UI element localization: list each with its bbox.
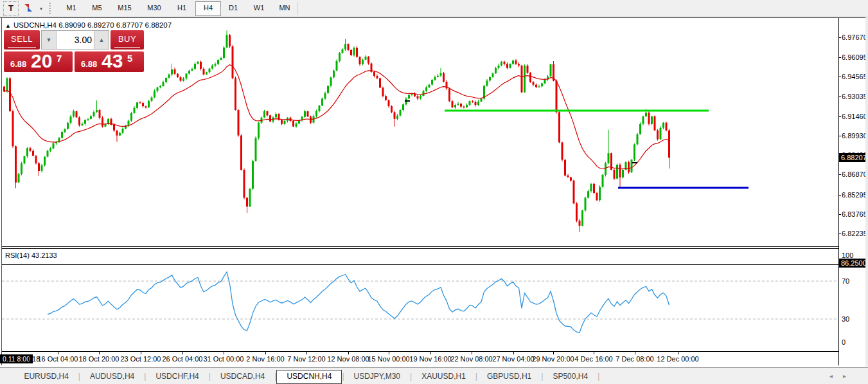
chart-tab-gbpusd-h1[interactable]: GBPUSD,H1 bbox=[477, 370, 541, 383]
timeframe-button-h1[interactable]: H1 bbox=[170, 1, 194, 15]
timeframe-button-mn[interactable]: MN bbox=[272, 1, 297, 15]
price-axis-label: 6.94565 bbox=[842, 73, 867, 80]
sell-label: SELL bbox=[11, 34, 33, 44]
rsi-indicator-label: RSI(14) 43.2133 bbox=[5, 251, 57, 259]
buy-price-prefix: 6.88 bbox=[81, 59, 97, 69]
price-tick bbox=[838, 195, 841, 196]
sell-underline bbox=[8, 47, 36, 48]
spread-decrease-button[interactable]: ▼ bbox=[42, 31, 57, 49]
timeframe-button-m30[interactable]: M30 bbox=[140, 1, 168, 15]
date-tick bbox=[265, 352, 266, 354]
price-tick bbox=[838, 233, 841, 234]
timeframe-button-m1[interactable]: M1 bbox=[59, 1, 84, 15]
spread-stepper: ▼ 3.00 ▲ bbox=[41, 30, 109, 50]
date-axis[interactable]: 16 Oct 04:0018 Oct 20:0023 Oct 12:0026 O… bbox=[0, 352, 838, 365]
chart-header: ▲USDCNH,H4 6.89090 6.89270 6.87707 6.882… bbox=[5, 21, 172, 29]
date-tick bbox=[472, 352, 472, 354]
buy-price-button[interactable]: 6.88 43 5 bbox=[75, 51, 144, 72]
chart-tab-xauusd-h1[interactable]: XAUUSD,H1 bbox=[412, 370, 475, 383]
date-partial-label: 018 bbox=[28, 355, 40, 363]
price-tick bbox=[838, 37, 841, 38]
tab-separator: | bbox=[598, 372, 599, 381]
price-tick bbox=[838, 96, 841, 97]
rsi-scale-0: 0 bbox=[842, 338, 846, 346]
buy-label: BUY bbox=[118, 34, 136, 44]
price-axis-label: 6.82235 bbox=[842, 230, 867, 237]
dash-marker[interactable] bbox=[405, 100, 410, 102]
chart-tab-bar: EURUSD,H4|AUDUSD,H4|USDCHF,H4|USDCAD,H4|… bbox=[0, 367, 868, 384]
date-axis-label: 15 Nov 00:00 bbox=[368, 355, 409, 363]
buy-underline bbox=[114, 47, 140, 48]
text-tool-icon[interactable]: T bbox=[3, 1, 19, 16]
buy-button[interactable]: BUY bbox=[111, 30, 144, 50]
rsi-scale-30: 30 bbox=[842, 315, 849, 323]
pane-splitter[interactable] bbox=[2, 248, 838, 249]
sell-price-button[interactable]: 6.88 20 7 bbox=[4, 51, 73, 72]
sell-price-prefix: 6.88 bbox=[10, 59, 26, 69]
window-right-edge bbox=[865, 17, 868, 367]
tab-scroll-arrows[interactable]: ◂▸ bbox=[829, 372, 856, 379]
date-tick bbox=[182, 352, 183, 354]
ohlc-open: 6.89090 bbox=[58, 21, 85, 29]
date-tick bbox=[306, 352, 307, 354]
timeframe-button-m15[interactable]: M15 bbox=[111, 1, 139, 15]
chart-tab-sp500-h4[interactable]: SP500,H4 bbox=[543, 370, 598, 383]
date-axis-label: 7 Nov 12:00 bbox=[287, 355, 325, 363]
pane-splitter-top bbox=[2, 246, 838, 247]
spread-increase-button[interactable]: ▲ bbox=[94, 31, 109, 49]
price-axis-label: 6.96095 bbox=[842, 53, 867, 61]
chevron-down-icon[interactable]: ▾ bbox=[40, 6, 42, 12]
date-tick bbox=[58, 352, 58, 354]
price-axis-label: 6.93035 bbox=[842, 93, 867, 100]
timeframe-button-m5[interactable]: M5 bbox=[85, 1, 109, 15]
date-axis-label: 22 Nov 08:00 bbox=[450, 355, 492, 363]
date-axis-label: 19 Nov 16:00 bbox=[409, 355, 451, 363]
date-tick bbox=[348, 352, 349, 354]
date-tick bbox=[389, 352, 389, 354]
date-tick bbox=[635, 352, 635, 354]
date-tick bbox=[678, 352, 678, 354]
arrange-windows-icon[interactable]: ▾ bbox=[22, 1, 44, 15]
date-tick bbox=[513, 352, 514, 354]
chart-tab-audusd-h4[interactable]: AUDUSD,H4 bbox=[80, 370, 144, 383]
date-axis-label: 7 Dec 08:00 bbox=[616, 355, 653, 363]
spread-value[interactable]: 3.00 bbox=[57, 31, 92, 49]
toolbar-grip[interactable] bbox=[49, 3, 51, 14]
date-axis-label: 12 Dec 00:00 bbox=[657, 355, 698, 363]
chart-tab-usdjpy-m30[interactable]: USDJPY,M30 bbox=[344, 370, 410, 383]
rsi-chart-canvas[interactable] bbox=[0, 265, 838, 351]
date-axis-label: 29 Nov 20:00 bbox=[532, 355, 574, 363]
chart-symbol: USDCNH,H4 bbox=[13, 21, 57, 29]
timeframe-button-d1[interactable]: D1 bbox=[221, 1, 245, 15]
collapse-triangle-icon[interactable]: ▲ bbox=[5, 23, 11, 29]
date-axis-label: 23 Oct 12:00 bbox=[121, 355, 161, 363]
ohlc-close: 6.88207 bbox=[145, 21, 172, 29]
price-axis-label: 6.86870 bbox=[842, 170, 867, 178]
date-axis-label: 18 Oct 20:00 bbox=[79, 355, 120, 363]
timeframe-button-h4[interactable]: H4 bbox=[195, 1, 221, 16]
price-axis-label: 6.89930 bbox=[842, 132, 867, 140]
chart-bottom-border bbox=[2, 351, 838, 352]
date-axis-label: 12 Nov 08:00 bbox=[327, 355, 369, 363]
rsi-scale-70: 70 bbox=[842, 277, 849, 285]
price-tick bbox=[838, 174, 841, 175]
ohlc-high: 6.89270 bbox=[87, 21, 114, 29]
dash-marker[interactable] bbox=[632, 162, 637, 163]
price-tick bbox=[838, 214, 841, 215]
blue-arrow-icon bbox=[28, 7, 32, 12]
chart-tab-usdcad-h4[interactable]: USDCAD,H4 bbox=[211, 370, 274, 383]
toolbar-separator bbox=[297, 2, 297, 15]
buy-price-big: 43 bbox=[102, 50, 123, 72]
price-axis-line bbox=[838, 18, 839, 365]
date-tick bbox=[141, 352, 141, 354]
sell-button[interactable]: SELL bbox=[4, 30, 40, 50]
price-tick bbox=[838, 136, 841, 136]
top-toolbar: T ▾ M1M5M15M30H1H4D1W1MN bbox=[0, 0, 868, 17]
date-tick bbox=[430, 352, 431, 354]
buy-price-sup: 5 bbox=[127, 53, 132, 64]
chart-tab-usdcnh-h4[interactable]: USDCNH,H4 bbox=[276, 370, 342, 384]
date-axis-label: 2 Nov 16:00 bbox=[246, 355, 284, 363]
timeframe-button-w1[interactable]: W1 bbox=[247, 1, 271, 15]
chart-tab-usdchf-h4[interactable]: USDCHF,H4 bbox=[146, 370, 208, 383]
chart-tab-eurusd-h4[interactable]: EURUSD,H4 bbox=[14, 370, 78, 383]
